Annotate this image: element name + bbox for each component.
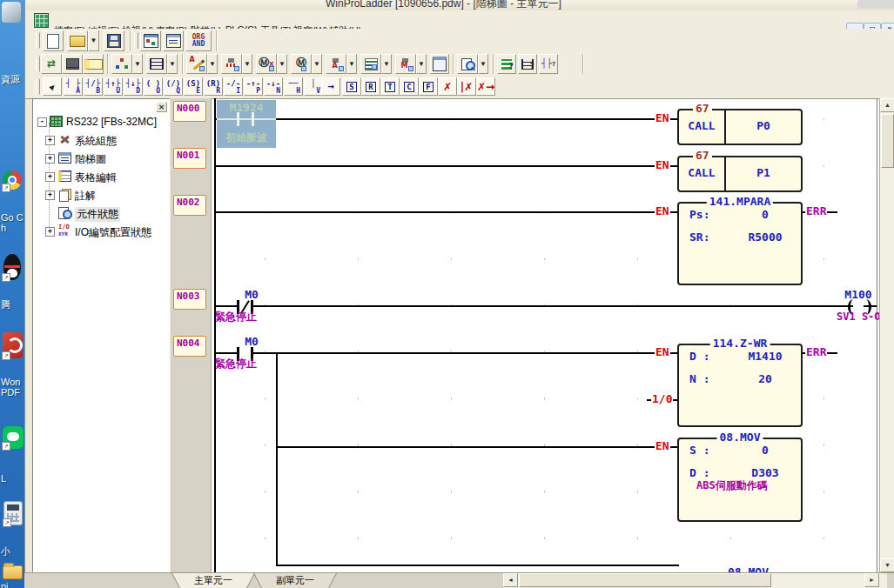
call-p1-block[interactable]: 67 CALL P1 xyxy=(677,156,803,192)
pdf-reader-icon[interactable]: ↗ xyxy=(3,332,23,358)
tool-invert-i[interactable]: -/-I xyxy=(224,77,243,96)
scrollbar-thumb[interactable] xyxy=(519,573,771,587)
tree-item-system-config[interactable]: 系統組態 xyxy=(75,134,117,149)
tree-expander[interactable]: + xyxy=(45,190,55,200)
scroll-left-button[interactable]: ◄ xyxy=(503,573,518,587)
tool-counter-instruction[interactable]: C xyxy=(400,77,419,96)
toolbar-grip[interactable] xyxy=(36,78,40,95)
tool-delete-hline[interactable]: ✗→ xyxy=(476,77,495,96)
scroll-down-button[interactable]: ▼ xyxy=(880,558,894,572)
ladder-view-button[interactable] xyxy=(146,54,167,74)
tree-expander[interactable]: + xyxy=(45,136,55,145)
motor-button[interactable]: Ⓜ xyxy=(291,54,312,74)
new-file-button[interactable] xyxy=(43,30,64,51)
plug-a-dropdown[interactable]: ▼ xyxy=(346,54,357,74)
tab-main-unit[interactable]: 主單元一 xyxy=(172,573,254,588)
toolbar-grip[interactable] xyxy=(36,56,40,72)
line-app-icon[interactable]: ↗ xyxy=(3,426,24,449)
calculator-icon[interactable]: ↗ xyxy=(3,501,23,525)
coil-monitor-dropdown[interactable]: ▼ xyxy=(242,54,252,74)
desktop-icon-label[interactable]: 資源 xyxy=(1,74,24,84)
tool-coil-q[interactable]: (/)Q xyxy=(164,77,183,96)
open-file-dropdown[interactable]: ▼ xyxy=(88,30,99,51)
plug-a-button[interactable]: A xyxy=(326,54,346,74)
tool-delete-element[interactable]: ✗ xyxy=(438,77,457,96)
network-label-n000[interactable]: N000 xyxy=(173,101,206,122)
tree-close-button[interactable]: × xyxy=(156,102,167,112)
find-dropdown[interactable]: ▼ xyxy=(478,54,488,74)
motor-x-button[interactable]: ⓂX xyxy=(256,54,277,74)
tool-select-cursor[interactable]: ► xyxy=(43,77,62,96)
recycle-bin-icon[interactable] xyxy=(2,2,21,23)
tool-contact-a[interactable]: ┤ ├A xyxy=(64,77,83,96)
vertical-scrollbar[interactable]: ▲ ▼ xyxy=(879,98,894,572)
chrome-icon[interactable]: ↗ xyxy=(3,170,22,190)
main-window-controls[interactable] xyxy=(857,0,894,9)
motor-x-dropdown[interactable]: ▼ xyxy=(277,54,287,74)
plug-m-button[interactable]: M xyxy=(395,54,416,74)
tool-coil-reset[interactable]: (R)R xyxy=(204,77,223,96)
scroll-up-button[interactable]: ▲ xyxy=(880,98,894,112)
desktop-icon-label[interactable]: 腾 xyxy=(1,299,24,310)
ladder-query-button[interactable]: ? xyxy=(518,54,537,74)
register-book-button[interactable] xyxy=(83,54,104,74)
tool-hline[interactable]: ──H xyxy=(284,77,303,96)
zwr-block[interactable]: 114.Z-WR D : M1410 N : 20 xyxy=(677,344,803,427)
tree-item-table-edit[interactable]: 表格編輯 xyxy=(75,170,117,185)
window-layout-button[interactable] xyxy=(430,54,449,74)
status-page-dropdown[interactable]: ▼ xyxy=(381,54,392,74)
tab-sub-unit[interactable]: 副單元一 xyxy=(254,573,336,588)
desktop-icon-label[interactable]: Won PDF xyxy=(1,377,24,398)
ladder-view-dropdown[interactable]: ▼ xyxy=(167,54,178,74)
toolbar-grip[interactable] xyxy=(36,32,40,49)
tool-coil-o[interactable]: ( )O xyxy=(144,77,163,96)
tree-item-comment[interactable]: 註解 xyxy=(75,189,96,204)
ladder-window-button[interactable] xyxy=(163,30,184,51)
io-swap-button[interactable]: ⇄ xyxy=(41,54,62,74)
tree-expander[interactable]: + xyxy=(45,227,55,237)
tool-falling-n[interactable]: -↓-N xyxy=(264,77,283,96)
edit-element-dropdown[interactable]: ▼ xyxy=(207,54,218,74)
scrollbar-thumb[interactable] xyxy=(881,114,894,168)
network-label-n004[interactable]: N004 xyxy=(173,336,206,357)
tool-delete-vline[interactable]: |✗ xyxy=(457,77,476,96)
plug-m-dropdown[interactable]: ▼ xyxy=(416,54,427,74)
desktop-icon-label[interactable]: L xyxy=(1,473,24,484)
desktop-icon-label[interactable]: pi xyxy=(1,581,24,588)
tool-rising-p[interactable]: -↑-P xyxy=(244,77,263,96)
org-and-instruction-button[interactable]: ORG AND xyxy=(185,30,212,51)
tree-item-element-status[interactable]: 元件狀態 xyxy=(75,207,120,222)
mpara-block[interactable]: 141.MPARA Ps: 0 SR: R5000 xyxy=(677,202,803,285)
open-file-button[interactable] xyxy=(67,30,88,51)
tree-root-label[interactable]: RS232 [FBs-32MC] xyxy=(66,116,157,128)
tool-contact-u[interactable]: ┤↑├U xyxy=(104,77,123,96)
project-window-button[interactable] xyxy=(140,30,161,51)
tool-set-instruction[interactable]: S xyxy=(342,77,361,96)
save-button[interactable] xyxy=(104,30,124,51)
desktop-icon-label[interactable]: Go Ch xyxy=(1,212,24,233)
tool-reset-instruction[interactable]: R xyxy=(361,77,380,96)
project-tree-dropdown[interactable]: ▼ xyxy=(132,54,143,74)
network-label-n003[interactable]: N003 xyxy=(173,289,206,310)
project-tree-button[interactable] xyxy=(111,54,132,74)
tree-item-io-config[interactable]: I/O編號配置狀態 xyxy=(75,225,151,240)
status-page-button[interactable] xyxy=(360,54,381,74)
folder-icon[interactable] xyxy=(3,565,23,579)
coil-monitor-button[interactable] xyxy=(221,54,242,74)
tree-expander[interactable]: + xyxy=(45,154,55,164)
edit-element-button[interactable]: A xyxy=(186,54,207,74)
tool-function-instruction[interactable]: F xyxy=(419,77,438,96)
motor-dropdown[interactable]: ▼ xyxy=(312,54,322,74)
tool-timer-instruction[interactable]: T xyxy=(380,77,400,96)
tree-root-expander[interactable]: - xyxy=(37,117,47,127)
toolbar-grip[interactable] xyxy=(134,32,138,49)
scroll-right-button[interactable]: ► xyxy=(864,573,879,587)
tool-contact-d[interactable]: ┤↓├D xyxy=(124,77,143,96)
tree-expander[interactable]: + xyxy=(45,172,55,182)
call-p0-block[interactable]: 67 CALL P0 xyxy=(677,109,803,145)
network-label-n001[interactable]: N001 xyxy=(173,148,206,169)
memory-chip-button[interactable] xyxy=(62,54,83,74)
tool-coil-set[interactable]: (S)E xyxy=(184,77,203,96)
element-status-query-button[interactable]: ? xyxy=(497,54,516,74)
find-button[interactable] xyxy=(457,54,478,74)
